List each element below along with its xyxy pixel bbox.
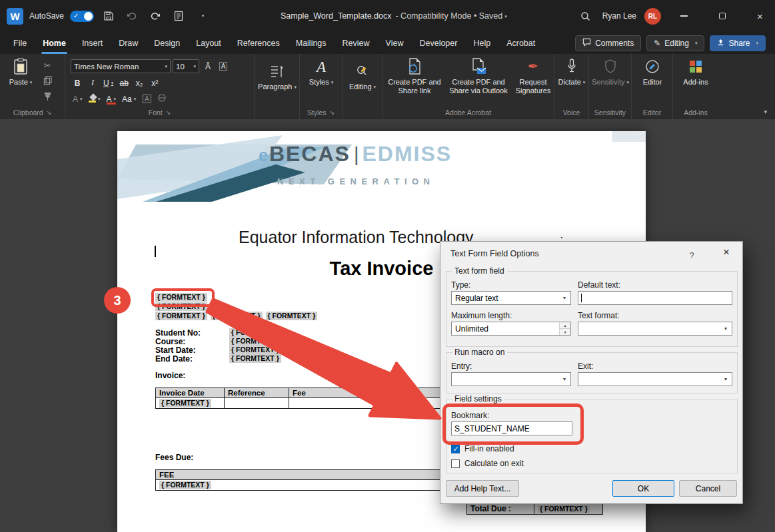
paste-button[interactable]: Paste xyxy=(5,57,36,87)
document-preview-icon[interactable] xyxy=(170,7,187,25)
subscript-button[interactable]: x₂ xyxy=(133,76,146,90)
ok-button[interactable]: OK xyxy=(612,480,674,497)
save-icon[interactable] xyxy=(100,7,117,25)
clipboard-launcher-icon[interactable]: ↘ xyxy=(47,109,52,116)
sensitivity-button[interactable]: Sensitivity xyxy=(592,57,629,87)
fill-in-checkbox[interactable]: ✓ xyxy=(451,445,460,453)
formtext-field[interactable]: { FORMTEXT } xyxy=(211,312,263,320)
italic-button[interactable]: I xyxy=(86,76,99,90)
maximize-button[interactable] xyxy=(707,0,737,32)
calculate-on-exit-checkbox[interactable]: ✓ xyxy=(451,459,460,468)
tab-design[interactable]: Design xyxy=(146,32,188,54)
quick-access-chevron-icon[interactable] xyxy=(193,7,211,25)
font-color-icon[interactable]: A xyxy=(105,92,119,106)
editing-button[interactable]: Editing xyxy=(347,62,379,91)
avatar[interactable]: RL xyxy=(644,8,661,25)
addins-button[interactable]: Add-ins xyxy=(678,57,713,87)
tab-draw[interactable]: Draw xyxy=(111,32,146,54)
request-signatures-icon: ✒ xyxy=(528,57,538,76)
text-format-select[interactable] xyxy=(578,322,732,336)
underline-button[interactable]: U xyxy=(101,76,115,90)
type-select[interactable]: Regular text xyxy=(451,291,571,305)
close-button[interactable]: × xyxy=(745,0,775,32)
bold-button[interactable]: B xyxy=(71,76,84,90)
format-painter-button[interactable] xyxy=(40,90,55,105)
font-name-select[interactable]: Times New Roman xyxy=(71,59,171,73)
tab-insert[interactable]: Insert xyxy=(74,32,111,54)
character-shading-icon[interactable] xyxy=(155,92,169,106)
text-effects-icon[interactable]: A xyxy=(71,92,85,106)
addins-label: Add-ins xyxy=(683,78,708,87)
tab-layout[interactable]: Layout xyxy=(188,32,229,54)
tab-developer[interactable]: Developer xyxy=(411,32,465,54)
formtext-field[interactable]: { FORMTEXT } xyxy=(229,328,281,337)
tab-references[interactable]: References xyxy=(229,32,288,54)
styles-button[interactable]: A Styles xyxy=(306,57,337,87)
maximum-length-spinner[interactable]: Unlimited ▴▾ xyxy=(451,322,571,336)
spinner-down-icon[interactable]: ▾ xyxy=(560,328,570,335)
editing-mode-button[interactable]: ✎ Editing xyxy=(646,35,704,51)
add-help-text-button[interactable]: Add Help Text... xyxy=(446,480,519,497)
search-icon[interactable] xyxy=(577,7,594,25)
dictate-button[interactable]: Dictate xyxy=(556,57,587,87)
text-highlight-color-icon[interactable] xyxy=(87,92,103,106)
total-due-label: Total Due : xyxy=(467,503,534,515)
bookmark-input[interactable]: S_STUDENT_NAME xyxy=(451,421,572,435)
formtext-field[interactable]: { FORMTEXT } xyxy=(266,312,318,320)
styles-launcher-icon[interactable]: ↘ xyxy=(330,109,335,116)
paragraph-button[interactable]: Paragraph xyxy=(259,62,295,91)
formtext-field[interactable]: { FORMTEXT } xyxy=(229,346,281,354)
text-form-field-group-label: Text form field xyxy=(452,266,507,276)
default-text-input[interactable] xyxy=(578,291,732,305)
editing-label: Editing xyxy=(664,39,689,48)
change-case-icon[interactable]: Aa xyxy=(120,92,138,106)
dialog-help-button[interactable]: ? xyxy=(684,248,699,262)
dialog-close-button[interactable]: × xyxy=(713,243,740,262)
create-pdf-outlook-button[interactable]: Create PDF and Share via Outlook xyxy=(446,57,510,95)
formtext-field[interactable]: { FORMTEXT } xyxy=(159,399,211,407)
formtext-field[interactable]: { FORMTEXT } xyxy=(155,293,207,302)
character-border-icon[interactable]: A xyxy=(140,92,153,106)
tab-view[interactable]: View xyxy=(378,32,412,54)
tab-review[interactable]: Review xyxy=(335,32,378,54)
entry-select[interactable] xyxy=(451,372,571,386)
comments-button[interactable]: Comments xyxy=(575,35,641,51)
tab-acrobat[interactable]: Acrobat xyxy=(498,32,543,54)
font-launcher-icon[interactable]: ↘ xyxy=(166,109,171,116)
spinner-up-icon[interactable]: ▴ xyxy=(560,322,570,328)
share-button[interactable]: Share xyxy=(710,35,766,51)
exit-select[interactable] xyxy=(578,372,732,386)
font-size-select[interactable]: 10 xyxy=(173,59,199,73)
formtext-field[interactable]: { FORMTEXT } xyxy=(155,302,207,311)
tab-help[interactable]: Help xyxy=(465,32,498,54)
undo-icon[interactable] xyxy=(123,7,141,25)
formtext-field[interactable]: { FORMTEXT } xyxy=(538,505,590,513)
strikethrough-button[interactable]: ab xyxy=(117,76,131,90)
document-title[interactable]: Sample_Word_Template.docx - Compatibilit… xyxy=(211,11,577,21)
editor-button[interactable]: Editor xyxy=(636,57,668,87)
editor-group-label: Editor xyxy=(643,109,661,117)
tab-home[interactable]: Home xyxy=(35,32,74,54)
tab-file[interactable]: File xyxy=(5,32,35,54)
formtext-field[interactable]: { FORMTEXT } xyxy=(229,354,281,363)
word-logo-icon[interactable]: W xyxy=(7,8,23,25)
cut-button[interactable]: ✂ xyxy=(40,58,55,73)
minimize-button[interactable] xyxy=(669,0,699,32)
formtext-field[interactable]: { FORMTEXT } xyxy=(229,337,281,346)
autosave-toggle[interactable]: ✓ xyxy=(70,11,94,22)
redo-icon[interactable] xyxy=(147,7,164,25)
phonetic-guide-icon[interactable]: Ã xyxy=(201,59,215,73)
superscript-button[interactable]: x² xyxy=(148,76,161,90)
cancel-button[interactable]: Cancel xyxy=(679,480,737,497)
formtext-field[interactable]: { FORMTEXT } xyxy=(159,481,211,489)
copy-icon xyxy=(43,76,52,87)
tab-mailings[interactable]: Mailings xyxy=(288,32,335,54)
request-signatures-button[interactable]: ✒ Request Signatures xyxy=(514,57,552,95)
sensitivity-group-label: Sensitivity xyxy=(594,109,626,117)
copy-button[interactable] xyxy=(40,74,55,89)
create-pdf-share-link-button[interactable]: Create PDF and Share link xyxy=(388,57,441,95)
ribbon-collapse-icon[interactable]: ▾ xyxy=(764,109,767,115)
title-bar: W AutoSave ✓ Sample_Word_Template.docx - xyxy=(0,0,775,32)
formtext-field[interactable]: { FORMTEXT } xyxy=(155,312,207,320)
enclose-characters-icon[interactable]: A xyxy=(217,59,230,73)
